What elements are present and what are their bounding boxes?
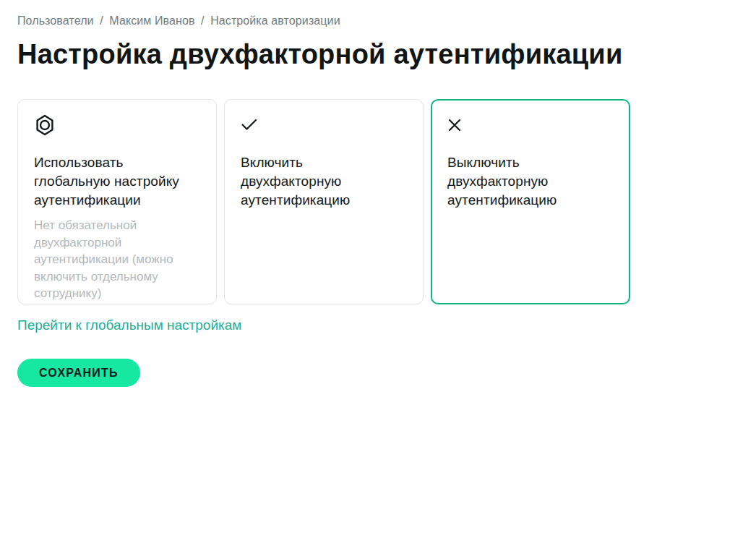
x-icon [447, 113, 614, 137]
option-title: Выключить двухфакторную аутентификацию [447, 153, 614, 210]
breadcrumb: Пользователи / Максим Иванов / Настройка… [17, 14, 739, 27]
page-title: Настройка двухфакторной аутентификации [17, 39, 739, 70]
breadcrumb-separator: / [198, 14, 207, 27]
check-icon [241, 113, 407, 137]
option-card-disable-2fa[interactable]: Выключить двухфакторную аутентификацию [431, 99, 630, 304]
breadcrumb-item-current: Настройка авторизации [210, 14, 340, 27]
option-card-use-global[interactable]: Использовать глобальную настройку аутент… [17, 99, 217, 304]
option-card-enable-2fa[interactable]: Включить двухфакторную аутентификацию [224, 99, 424, 304]
option-description: Нет обязательной двухфакторной аутентифи… [34, 217, 200, 302]
option-title: Использовать глобальную настройку аутент… [34, 153, 200, 210]
option-title: Включить двухфакторную аутентификацию [241, 153, 407, 210]
hex-nut-icon [34, 113, 200, 137]
auth-option-cards: Использовать глобальную настройку аутент… [17, 99, 739, 304]
breadcrumb-separator: / [97, 14, 106, 27]
breadcrumb-item-user-name[interactable]: Максим Иванов [109, 14, 194, 27]
breadcrumb-item-users[interactable]: Пользователи [17, 14, 94, 27]
two-factor-settings-page: Пользователи / Максим Иванов / Настройка… [0, 0, 756, 387]
save-button[interactable]: СОХРАНИТЬ [17, 359, 140, 387]
global-settings-link[interactable]: Перейти к глобальным настройкам [17, 317, 241, 333]
